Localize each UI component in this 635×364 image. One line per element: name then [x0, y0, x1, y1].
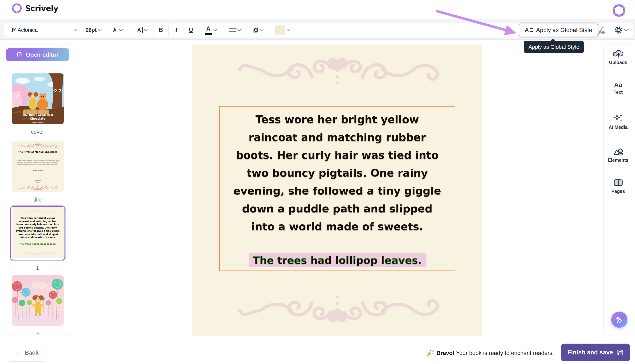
text-shadow-button[interactable]: O — [247, 23, 270, 37]
italic-icon: I — [175, 27, 177, 33]
chevron-down-icon — [624, 28, 628, 31]
scrively-logo-icon-right — [612, 4, 626, 17]
line-height-icon: A — [112, 26, 118, 34]
sidebar-item-text[interactable]: Aa Text — [604, 82, 632, 95]
chevron-down-icon — [74, 28, 77, 31]
font-family-select[interactable]: F Aclonica — [4, 23, 82, 37]
back-button[interactable]: ← Back — [8, 344, 45, 362]
publisher-name: Scrively — [12, 182, 64, 183]
uploads-label: Uploads — [609, 60, 627, 65]
elements-label: Elements — [608, 158, 628, 163]
chevron-down-icon — [214, 28, 217, 31]
text-color-icon: A — [205, 26, 212, 34]
scrively-editor: Scrively F Aclonica 26pt A — [0, 0, 635, 364]
font-size-select[interactable]: 26pt — [82, 23, 105, 37]
pages-label: Pages — [611, 188, 625, 194]
flourish-ornament — [17, 249, 58, 256]
font-family-value: Aclonica — [18, 27, 38, 33]
highlighted-sentence[interactable]: The trees had lollipop leaves. — [249, 254, 426, 268]
letter-spacing-button[interactable]: A — [129, 23, 153, 37]
ai-media-label: AI Media — [609, 124, 628, 130]
finish-and-save-button[interactable]: Finish and save — [561, 344, 630, 361]
finish-and-save-label: Finish and save — [567, 349, 613, 356]
tools-sidebar: Uploads Aa Text AI Media Elements — [603, 44, 633, 334]
thumbnail-page-2[interactable] — [12, 275, 64, 326]
font-style-icon: F — [11, 26, 15, 34]
chevron-down-icon — [287, 28, 290, 31]
title-page-heading: The River of Melted Chocolate — [13, 150, 62, 153]
message-bold: Bravo! — [436, 350, 455, 356]
text-frame[interactable]: Tess wore her bright yellow raincoat and… — [219, 106, 455, 271]
published-by-label: Published by — [12, 180, 64, 181]
thumbnail-page-1-selected[interactable]: Tess wore her bright yellow raincoat and… — [10, 206, 65, 260]
background-color-swatch — [275, 25, 285, 35]
bold-button[interactable]: B — [153, 23, 168, 37]
underline-icon: U — [189, 27, 193, 33]
thumbnail-label-2: 2 — [2, 332, 73, 334]
text-align-button[interactable] — [223, 23, 247, 37]
shapes-icon — [613, 146, 623, 156]
clear-formatting-broom-icon[interactable] — [597, 26, 607, 35]
open-editor-button[interactable]: Open editor — [6, 48, 69, 61]
chevron-down-icon — [237, 28, 241, 31]
bold-icon: B — [159, 27, 163, 33]
thumbnail-label-title: title — [2, 197, 73, 203]
story-paragraph[interactable]: Tess wore her bright yellow raincoat and… — [220, 110, 455, 236]
back-label: Back — [25, 350, 39, 356]
sidebar-item-elements[interactable]: Elements — [604, 146, 632, 163]
background-color-button[interactable] — [270, 23, 295, 37]
apply-global-style-label: Apply as Global Style — [536, 27, 592, 34]
flourish-ornament-bottom — [220, 288, 454, 325]
text-shadow-icon: O — [254, 26, 259, 34]
app-header: Scrively — [0, 0, 635, 19]
svg-text:Scrively Support: Scrively Support — [32, 122, 44, 123]
footer-bar: ← Back Bravo! Your book is ready to ench… — [0, 342, 635, 364]
flourish-ornament-top — [220, 55, 454, 92]
thumbnail-label-cover: cover — [2, 129, 73, 135]
gear-icon — [614, 26, 623, 34]
page1-thumb-highlight: The trees had lollipop leaves. — [12, 243, 64, 245]
chevron-down-icon — [260, 28, 264, 31]
brand[interactable]: Scrively — [12, 3, 58, 14]
book-page-canvas[interactable]: Tess wore her bright yellow raincoat and… — [192, 44, 482, 336]
thumbnail-cover[interactable]: The River of Melted Chocolate Scrively S… — [12, 74, 64, 124]
lollipop-forest-illustration — [12, 275, 64, 326]
cloud-upload-icon — [612, 49, 624, 58]
align-center-icon — [229, 28, 236, 32]
message-rest: Your book is ready to enchant readers. — [456, 350, 554, 356]
chevron-down-icon — [98, 28, 102, 31]
open-editor-label: Open editor — [26, 51, 59, 58]
line-height-button[interactable]: A — [105, 23, 129, 37]
title-page-body: One rainy evening, Tess found a path tha… — [16, 160, 60, 165]
sparkles-icon — [613, 113, 623, 123]
text-color-button[interactable]: A — [198, 23, 223, 37]
edit-document-icon — [17, 52, 23, 58]
apply-global-style-button[interactable]: A Apply as Global Style — [519, 24, 598, 36]
sidebar-item-uploads[interactable]: Uploads — [604, 49, 632, 65]
italic-button[interactable]: I — [168, 23, 183, 37]
flourish-ornament — [16, 184, 60, 191]
success-message: Bravo! Your book is ready to enchant rea… — [427, 342, 554, 364]
svg-text:Chocolate: Chocolate — [30, 117, 45, 120]
text-icon: Aa — [614, 82, 622, 88]
settings-button[interactable] — [609, 23, 632, 37]
toolbar: F Aclonica 26pt A — [0, 19, 635, 40]
title-page-author: Scrively Support — [12, 170, 64, 171]
ai-edit-fab-button[interactable] — [611, 312, 627, 328]
font-size-value: 26pt — [86, 27, 97, 33]
flourish-ornament — [16, 143, 60, 150]
chevron-down-icon — [144, 28, 148, 31]
sidebar-item-ai-media[interactable]: AI Media — [604, 113, 632, 130]
letter-spacing-icon: A — [136, 27, 143, 33]
apply-global-style-tooltip: Apply as Global Style — [524, 41, 584, 53]
svg-text:The River of Melted: The River of Melted — [22, 114, 53, 117]
cover-illustration: The River of Melted Chocolate Scrively S… — [12, 74, 64, 124]
thumbnail-label-1: 1 — [2, 265, 73, 271]
sidebar-item-pages[interactable]: Pages — [604, 178, 632, 194]
toolbar-bar: F Aclonica 26pt A — [4, 23, 633, 37]
text-label: Text — [614, 90, 623, 95]
scrively-logo-icon — [12, 3, 22, 14]
arrow-left-icon: ← — [15, 349, 22, 357]
thumbnail-title[interactable]: The River of Melted Chocolate One rainy … — [12, 141, 64, 192]
underline-button[interactable]: U — [183, 23, 198, 37]
